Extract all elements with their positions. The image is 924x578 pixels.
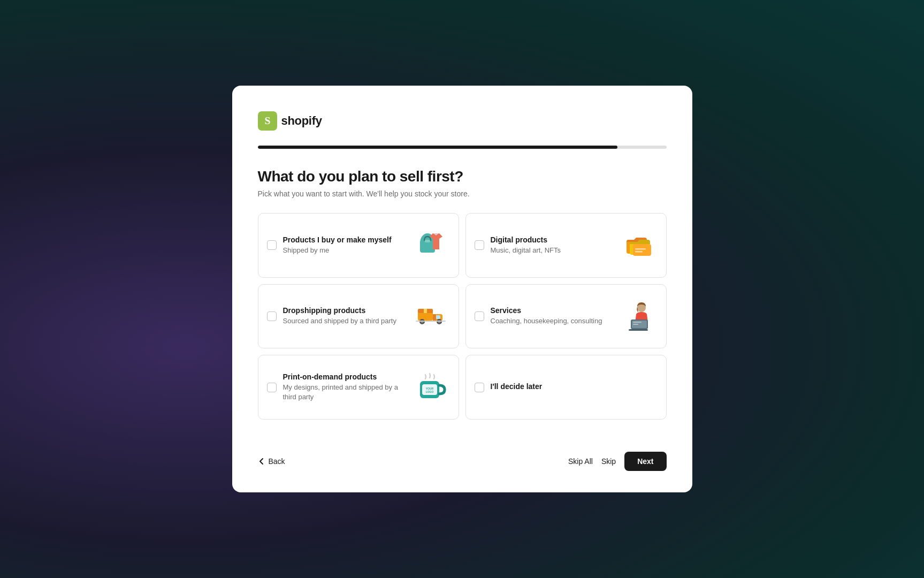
svg-rect-24 <box>629 329 648 331</box>
option-decide-later[interactable]: I'll decide later <box>465 355 667 420</box>
svg-rect-9 <box>635 251 643 253</box>
page-subtitle: Pick what you want to start with. We'll … <box>258 189 667 198</box>
folders-icon <box>621 228 655 262</box>
checkbox-decide-later[interactable] <box>475 383 484 392</box>
checkbox-digital[interactable] <box>475 240 484 250</box>
option-digital-subtitle: Music, digital art, NFTs <box>491 246 615 255</box>
footer: Back Skip All Skip Next <box>258 441 667 471</box>
bag-shirt-icon <box>414 228 448 262</box>
option-decide-later-title: I'll decide later <box>491 382 655 391</box>
back-label: Back <box>269 457 285 466</box>
option-pod-title: Print-on-demand products <box>283 372 407 381</box>
svg-rect-20 <box>416 321 446 322</box>
option-services-title: Services <box>491 306 615 315</box>
options-grid: Products I buy or make myself Shipped by… <box>258 213 667 420</box>
svg-text:S: S <box>264 115 270 126</box>
back-button[interactable]: Back <box>258 457 285 466</box>
truck-box-icon <box>414 299 448 333</box>
mug-icon: YOUR LOGO <box>414 370 448 405</box>
option-physical-subtitle: Shipped by me <box>283 246 407 255</box>
option-dropshipping-title: Dropshipping products <box>283 306 407 315</box>
option-decide-later-text: I'll decide later <box>491 382 655 392</box>
option-physical[interactable]: Products I buy or make myself Shipped by… <box>258 213 459 278</box>
next-button[interactable]: Next <box>624 452 666 471</box>
svg-rect-3 <box>420 241 435 253</box>
footer-right: Skip All Skip Next <box>568 452 667 471</box>
option-services-subtitle: Coaching, housekeeping, consulting <box>491 316 615 326</box>
checkbox-dropshipping[interactable] <box>267 311 277 321</box>
progress-bar-container <box>258 146 667 149</box>
svg-rect-25 <box>633 322 642 323</box>
option-physical-text: Products I buy or make myself Shipped by… <box>283 235 407 255</box>
option-digital-title: Digital products <box>491 235 615 244</box>
option-dropshipping-text: Dropshipping products Sourced and shippe… <box>283 306 407 326</box>
progress-bar-fill <box>258 146 617 149</box>
checkbox-services[interactable] <box>475 311 484 321</box>
option-pod-subtitle: My designs, printed and shipped by a thi… <box>283 383 407 402</box>
svg-rect-4 <box>425 240 430 242</box>
option-print-on-demand[interactable]: Print-on-demand products My designs, pri… <box>258 355 459 420</box>
option-dropshipping-subtitle: Sourced and shipped by a third party <box>283 316 407 326</box>
main-modal: S shopify What do you plan to sell first… <box>232 86 692 492</box>
option-pod-text: Print-on-demand products My designs, pri… <box>283 372 407 402</box>
back-chevron-icon <box>258 458 265 465</box>
checkbox-print-on-demand[interactable] <box>267 383 277 392</box>
svg-text:LOGO: LOGO <box>425 390 433 393</box>
logo-text: shopify <box>281 114 322 128</box>
logo-area: S shopify <box>258 111 667 131</box>
svg-rect-26 <box>633 324 638 325</box>
page-title: What do you plan to sell first? <box>258 168 667 185</box>
svg-rect-12 <box>424 309 427 313</box>
skip-all-button[interactable]: Skip All <box>568 457 593 466</box>
option-physical-title: Products I buy or make myself <box>283 235 407 244</box>
person-laptop-icon <box>621 299 655 333</box>
option-dropshipping[interactable]: Dropshipping products Sourced and shippe… <box>258 284 459 349</box>
svg-rect-8 <box>635 248 646 250</box>
svg-rect-15 <box>433 314 436 321</box>
option-services-text: Services Coaching, housekeeping, consult… <box>491 306 615 326</box>
skip-button[interactable]: Skip <box>601 457 616 466</box>
option-services[interactable]: Services Coaching, housekeeping, consult… <box>465 284 667 349</box>
option-digital[interactable]: Digital products Music, digital art, NFT… <box>465 213 667 278</box>
option-digital-text: Digital products Music, digital art, NFT… <box>491 235 615 255</box>
shopify-logo-icon: S <box>258 111 277 131</box>
checkbox-physical[interactable] <box>267 240 277 250</box>
svg-rect-7 <box>633 244 651 256</box>
